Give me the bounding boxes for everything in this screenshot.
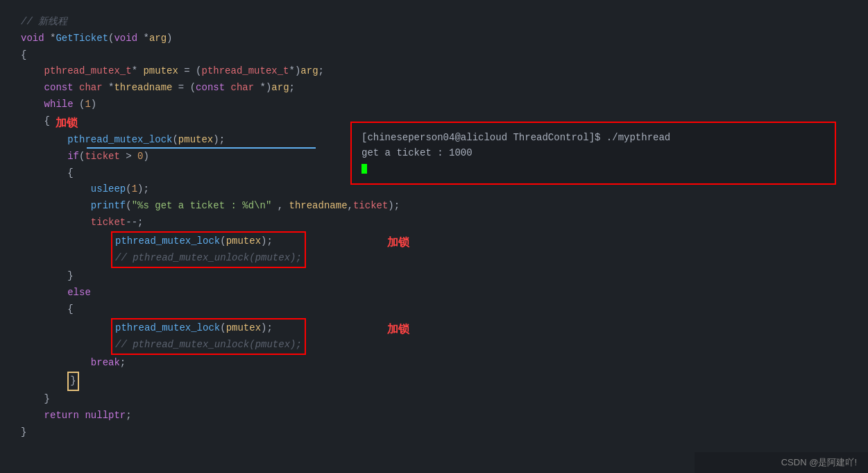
- terminal-line-2: get a ticket : 1000: [361, 145, 825, 160]
- code-line-16: }: [21, 268, 847, 285]
- code-line-12: printf ( "%s get a ticket : %d\n" , thre…: [21, 198, 847, 215]
- terminal-overlay: [chineseperson04@alicloud ThreadControl]…: [350, 122, 836, 185]
- code-line-19: pthread_mutex_lock ( pmutex );: [115, 320, 302, 337]
- code-line-1: // 新线程: [21, 14, 847, 31]
- terminal-cursor: [361, 164, 367, 174]
- terminal-line-1: [chineseperson04@alicloud ThreadControl]…: [361, 130, 825, 145]
- keyword-while: while: [44, 97, 74, 113]
- redbox-group-1: pthread_mutex_lock ( pmutex ); // pthrea…: [21, 231, 847, 269]
- code-line-4: pthread_mutex_t * pmutex = ( pthread_mut…: [21, 63, 847, 80]
- annotation-third: 加锁: [387, 320, 409, 338]
- code-line-14: pthread_mutex_lock ( pmutex );: [115, 233, 302, 250]
- comment-1: // 新线程: [21, 14, 67, 31]
- code-line-24: return nullptr ;: [21, 408, 847, 424]
- redbox-group-2: pthread_mutex_lock ( pmutex ); // pthrea…: [21, 318, 847, 356]
- code-line-13: ticket --;: [21, 215, 847, 231]
- terminal-cursor-line: [361, 161, 825, 176]
- code-line-20: // pthread_mutex_unlock(pmutex);: [115, 337, 302, 354]
- code-line-2: void * GetTicket ( void * arg ): [21, 31, 847, 47]
- watermark-text: CSDN @是阿建吖!: [781, 456, 857, 469]
- code-line-25: }: [21, 424, 847, 441]
- func-name: GetTicket: [56, 31, 108, 47]
- code-line-17: else: [21, 285, 847, 301]
- code-editor: // 新线程 void * GetTicket ( void * arg ) {…: [0, 0, 868, 454]
- bottom-bar: CSDN @是阿建吖!: [695, 452, 868, 473]
- annotation-first: 加锁: [56, 113, 78, 132]
- annotation-second: 加锁: [387, 233, 409, 251]
- code-line-21: break ;: [21, 355, 847, 372]
- keyword-void: void: [21, 31, 44, 47]
- code-line-18: {: [21, 301, 847, 318]
- code-line-6: while ( 1 ): [21, 97, 847, 113]
- code-line-3: {: [21, 47, 847, 64]
- code-line-22: }: [21, 372, 847, 391]
- code-line-15: // pthread_mutex_unlock(pmutex);: [115, 250, 302, 267]
- code-line-5: const char * threadname = ( const char *…: [21, 80, 847, 97]
- code-line-23: }: [21, 391, 847, 408]
